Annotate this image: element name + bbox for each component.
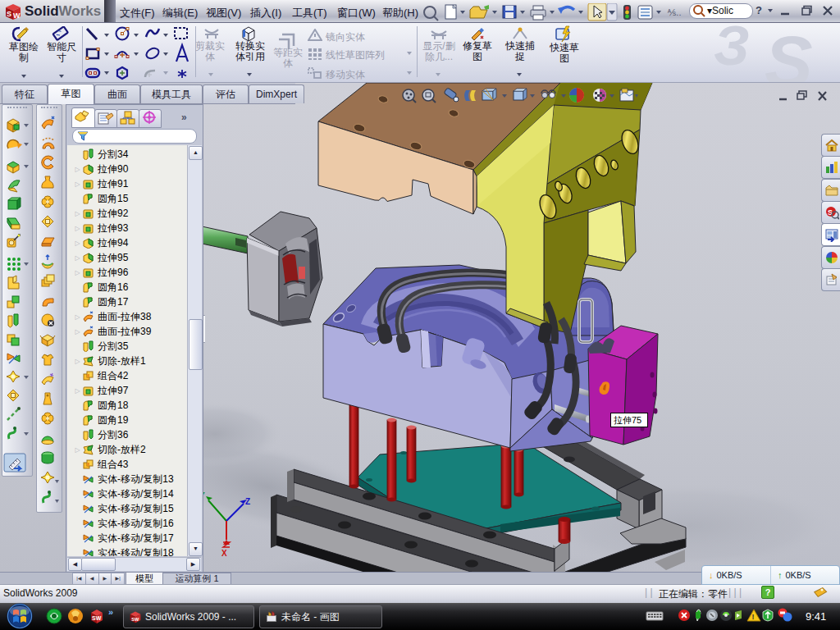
svg-text:Z: Z [245,497,250,506]
svg-text:»: » [108,607,113,617]
svg-text:X: X [221,549,227,558]
svg-text:⅍..: ⅍.. [667,7,681,17]
svg-text:!: ! [752,613,755,621]
svg-text:SW: SW [131,617,139,622]
svg-text:SW: SW [92,615,102,621]
svg-text:拉伸75: 拉伸75 [614,415,641,425]
svg-text:W: W [13,11,21,20]
svg-text:S: S [7,10,11,18]
